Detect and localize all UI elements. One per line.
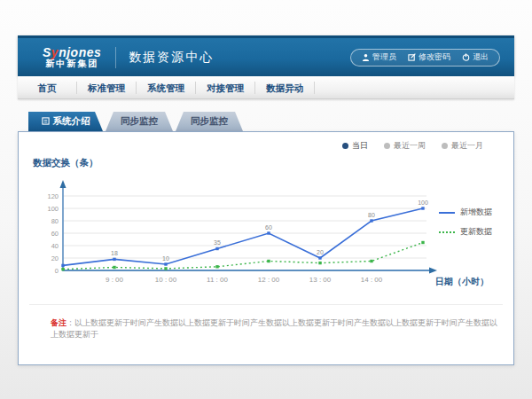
svg-text:40: 40: [51, 242, 59, 250]
svg-text:100: 100: [418, 200, 428, 206]
svg-text:80: 80: [368, 212, 375, 218]
page-title: 数据资源中心: [129, 50, 214, 66]
radio-today[interactable]: 当日: [342, 140, 368, 152]
svg-text:13 : 00: 13 : 00: [309, 276, 332, 284]
svg-text:14 : 00: 14 : 00: [361, 276, 383, 284]
footnote-prefix: 备注: [51, 318, 66, 327]
svg-text:20: 20: [317, 249, 324, 255]
nav-item-interface-mgmt[interactable]: 对接管理: [196, 82, 255, 94]
svg-text:20: 20: [51, 254, 59, 262]
svg-text:120: 120: [47, 192, 59, 200]
user-menu: 管理员 修改密码 退出: [350, 49, 500, 66]
logo-subtitle: 新中新集团: [43, 59, 101, 69]
svg-text:11 : 00: 11 : 00: [207, 276, 228, 284]
radio-last-week[interactable]: 最近一周: [384, 140, 426, 152]
nav-item-data-change[interactable]: 数据异动: [255, 82, 315, 94]
app-window: Synjones 新中新集团 数据资源中心 管理员 修改密码 退出 首页 标准管…: [18, 35, 514, 365]
svg-text:10 : 00: 10 : 00: [155, 276, 177, 284]
nav-item-system-mgmt[interactable]: 系统管理: [137, 82, 196, 94]
tab-label: 系统介绍: [53, 115, 90, 128]
svg-text:60: 60: [265, 224, 272, 231]
user-name-button[interactable]: 管理员: [362, 51, 396, 63]
user-name-label: 管理员: [372, 51, 396, 63]
chart-legend: 新增数据 更新数据: [439, 207, 492, 246]
change-password-button[interactable]: 修改密码: [408, 51, 450, 63]
radio-label: 最近一月: [451, 140, 483, 152]
edit-icon: [408, 53, 416, 61]
power-icon: [462, 53, 470, 61]
time-range-filter: 当日 最近一周 最近一月: [342, 140, 483, 152]
svg-text:10: 10: [162, 255, 169, 262]
footnote: 备注：以上数据更新于时间产生数据以上数据更新于时间产生数据以上数据更新于时间产生…: [29, 304, 503, 340]
change-password-label: 修改密码: [419, 51, 450, 63]
legend-label: 新增数据: [460, 207, 492, 218]
dotted-line-swatch: [439, 231, 455, 233]
document-icon: [42, 116, 50, 127]
svg-text:100: 100: [47, 205, 59, 213]
svg-text:0: 0: [55, 267, 59, 275]
tab-label: 同步监控: [121, 115, 158, 128]
svg-text:12 : 00: 12 : 00: [258, 276, 280, 284]
tab-system-intro[interactable]: 系统介绍: [28, 112, 103, 131]
tab-label: 同步监控: [191, 115, 228, 128]
svg-text:80: 80: [51, 217, 59, 225]
user-icon: [362, 53, 370, 61]
logout-label: 退出: [473, 51, 489, 63]
solid-line-swatch: [439, 212, 455, 214]
radio-dot: [384, 143, 390, 149]
main-nav: 首页 标准管理 系统管理 对接管理 数据异动: [18, 76, 514, 99]
radio-last-month[interactable]: 最近一月: [442, 140, 483, 152]
tab-sync-monitor-1[interactable]: 同步监控: [106, 112, 173, 131]
legend-label: 更新数据: [460, 226, 492, 238]
line-chart: 0204060801001209 : 0010 : 0011 : 0012 : …: [29, 175, 442, 288]
radio-dot: [342, 143, 348, 149]
svg-text:18: 18: [111, 250, 118, 256]
nav-item-standard-mgmt[interactable]: 标准管理: [77, 82, 137, 94]
svg-text:9 : 00: 9 : 00: [106, 276, 124, 284]
tab-sync-monitor-2[interactable]: 同步监控: [176, 112, 243, 131]
svg-text:60: 60: [51, 230, 59, 238]
x-axis-title: 日期（小时）: [435, 276, 489, 288]
company-logo: Synjones 新中新集团: [43, 46, 101, 68]
radio-label: 当日: [352, 140, 368, 152]
tab-bar: 系统介绍 同步监控 同步监控: [28, 112, 514, 131]
header-divider: [115, 47, 116, 68]
header: Synjones 新中新集团 数据资源中心 管理员 修改密码 退出: [18, 35, 514, 76]
svg-text:35: 35: [214, 239, 221, 246]
legend-item-new-data: 新增数据: [439, 207, 492, 218]
logo-wordmark: Synjones: [43, 46, 101, 59]
content-panel: 当日 最近一周 最近一月 数据交换（条） 0204060801001209 : …: [18, 131, 514, 365]
radio-dot: [442, 143, 448, 149]
y-axis-title: 数据交换（条）: [33, 157, 98, 169]
logo-accent: y: [51, 45, 59, 59]
footnote-text: ：以上数据更新于时间产生数据以上数据更新于时间产生数据以上数据更新于时间产生数据…: [51, 318, 497, 339]
radio-label: 最近一周: [394, 140, 426, 152]
nav-item-home[interactable]: 首页: [18, 82, 77, 94]
legend-item-updated-data: 更新数据: [439, 226, 492, 238]
logout-button[interactable]: 退出: [462, 51, 489, 63]
